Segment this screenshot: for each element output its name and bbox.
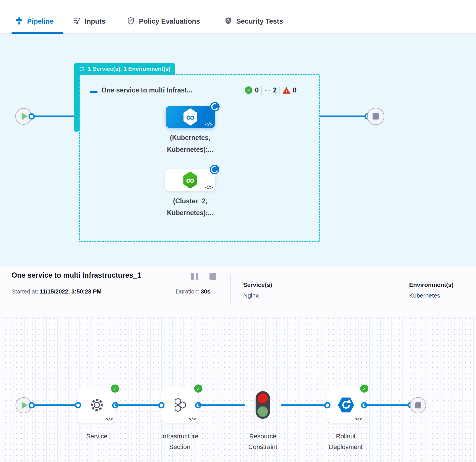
play-icon: [22, 402, 28, 409]
rollout-deployment-icon: [338, 397, 354, 414]
divider: [279, 86, 280, 95]
connector-line: [115, 404, 162, 406]
traffic-light-green-icon: [257, 406, 268, 417]
harness-logo-icon: ∞: [182, 171, 198, 189]
stage-service[interactable]: </>: [78, 387, 115, 423]
duration-label: Duration:: [176, 288, 199, 295]
tab-pipeline-label: Pipeline: [27, 17, 54, 25]
running-status-icon: [265, 90, 270, 91]
success-check-icon: ✓: [360, 385, 368, 393]
inputs-icon: [73, 17, 81, 26]
matrix-status-summary: ✓ 0 2 ! 0: [245, 86, 296, 95]
stage-infrastructure-section[interactable]: </>: [161, 387, 198, 423]
tab-inputs[interactable]: Inputs: [73, 9, 105, 33]
tab-security-tests-label: Security Tests: [236, 17, 283, 25]
tab-policy-evaluations[interactable]: Policy Evaluations: [127, 9, 200, 33]
divider: [230, 274, 231, 305]
duration-value: 30s: [201, 288, 210, 295]
running-spinner-icon: [210, 102, 220, 111]
stage-rollout-deployment[interactable]: </>: [327, 387, 364, 423]
services-label: Service(s): [243, 281, 272, 288]
graph-end-node: [367, 108, 384, 125]
success-status-icon: ✓: [245, 86, 252, 94]
tab-inputs-label: Inputs: [85, 17, 105, 25]
connector-dot: [75, 402, 81, 408]
shield-search-icon: [224, 17, 232, 26]
started-at-value: 11/15/2022, 3:50:23 PM: [40, 288, 102, 295]
connector-line: [31, 404, 78, 406]
pause-button[interactable]: [191, 273, 198, 280]
abort-button[interactable]: [209, 273, 216, 280]
loop-icon: [78, 66, 85, 72]
stop-icon: [415, 402, 421, 408]
success-count: 0: [255, 86, 259, 94]
connector-dot: [29, 113, 35, 120]
connector-dot: [324, 402, 330, 408]
matrix-node-kubernetes[interactable]: ∞ </>: [166, 106, 215, 128]
stage-label-infrastructure-section: InfrastructureSection: [147, 431, 213, 452]
service-environment-badge: 1 Service(s), 1 Environment(s): [74, 63, 175, 75]
connector-line: [320, 116, 368, 117]
code-icon: </>: [355, 416, 362, 421]
stage-label-resource-constraint: ResourceConstraint: [230, 431, 296, 452]
matrix-group-title: One service to multi Infrast...: [101, 86, 192, 94]
services-value-link[interactable]: Nginx: [243, 292, 259, 299]
connector-line: [198, 404, 245, 406]
running-count: 2: [273, 86, 277, 94]
matrix-node-label: (Cluster_2, Kubernetes):...: [158, 195, 222, 219]
started-at-label: Started at:: [12, 288, 38, 295]
started-at: Started at: 11/15/2022, 3:50:23 PM: [12, 288, 101, 295]
traffic-light-red-icon: [257, 393, 268, 404]
running-spinner-icon: [210, 165, 219, 174]
connector-dot: [29, 402, 35, 408]
failed-status-icon: !: [283, 87, 290, 94]
tab-policy-evaluations-label: Policy Evaluations: [139, 17, 200, 25]
stop-icon: [373, 113, 379, 120]
code-icon: </>: [189, 416, 196, 421]
active-tab-underline: [12, 32, 63, 34]
window-top-strip: [0, 0, 476, 9]
collapse-icon[interactable]: [90, 91, 98, 93]
stage-label-rollout-deployment: RolloutDeployment: [313, 431, 379, 452]
tab-pipeline[interactable]: Pipeline: [15, 9, 54, 33]
stage-label-service: Service: [64, 431, 130, 442]
hexagons-icon: [172, 398, 188, 413]
matrix-node-cluster2[interactable]: ∞ </>: [165, 169, 215, 191]
duration: Duration: 30s: [176, 288, 210, 295]
pipeline-execution-page: Pipeline Inputs Policy Evaluations: [0, 0, 476, 462]
environments-label: Environment(s): [409, 281, 454, 288]
connector-line: [281, 404, 328, 406]
environments-value-link[interactable]: Kubernetes: [409, 292, 440, 299]
code-icon: </>: [106, 416, 113, 421]
divider: [261, 86, 262, 95]
execution-title: One service to multi Infrastructures_1: [12, 271, 141, 279]
shield-check-icon: [127, 17, 135, 26]
code-icon: </>: [205, 122, 212, 127]
service-environment-badge-label: 1 Service(s), 1 Environment(s): [88, 66, 171, 72]
stage-resource-constraint[interactable]: [256, 391, 270, 419]
canvas-end-node: [410, 397, 426, 413]
success-check-icon: ✓: [111, 385, 119, 393]
gear-icon: [89, 397, 104, 414]
play-icon: [22, 113, 28, 120]
tab-security-tests[interactable]: Security Tests: [224, 9, 283, 33]
tab-bar: Pipeline Inputs Policy Evaluations: [0, 9, 476, 34]
harness-logo-icon: ∞: [183, 108, 198, 126]
pipeline-icon: [15, 17, 23, 26]
success-check-icon: ✓: [194, 385, 202, 393]
connector-line: [31, 116, 77, 117]
connector-line: [364, 404, 411, 406]
matrix-node-label: (Kubernetes, Kubernetes):...: [158, 132, 222, 156]
connector-dot: [158, 402, 165, 408]
failed-count: 0: [293, 86, 297, 94]
code-icon: </>: [205, 185, 213, 190]
